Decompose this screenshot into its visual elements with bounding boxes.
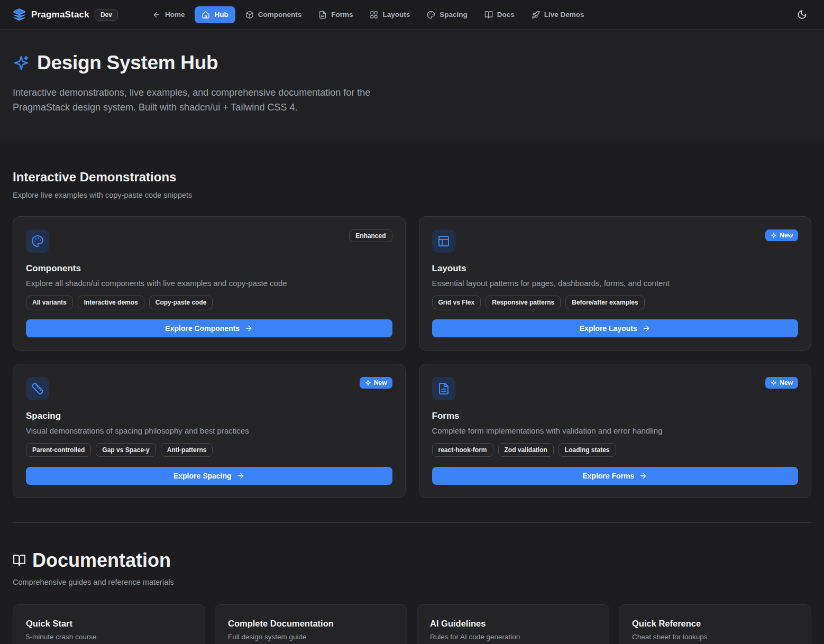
doc-card-title: Complete Documentation [228, 619, 394, 629]
doc-card-title: Quick Start [26, 619, 192, 629]
moon-icon [797, 10, 807, 20]
demos-heading: Interactive Demonstrations [13, 170, 811, 185]
main-nav: Home Hub Components Forms Layouts [145, 6, 591, 23]
hero-section: Design System Hub Interactive demonstrat… [0, 30, 824, 143]
tag: Grid vs Flex [432, 296, 481, 309]
tag: Zod validation [498, 443, 554, 457]
brand-name: PragmaStack [31, 10, 89, 20]
sparkles-icon [771, 232, 777, 238]
doc-card-description: 5-minute crash course [26, 633, 192, 641]
rocket-icon [532, 11, 540, 19]
doc-card-quick-start[interactable]: Quick Start 5-minute crash course [13, 604, 205, 644]
doc-card-description: Rules for AI code generation [430, 633, 596, 641]
nav-item-home[interactable]: Home [145, 6, 192, 23]
tag: Copy-paste code [149, 296, 213, 309]
doc-card-description: Cheat sheet for lookups [632, 633, 798, 641]
demo-card-spacing: New Spacing Visual demonstrations of spa… [13, 364, 406, 498]
doc-card-complete-documentation[interactable]: Complete Documentation Full design syste… [215, 604, 407, 644]
new-badge: New [765, 229, 798, 241]
card-title: Layouts [432, 263, 799, 274]
brand[interactable]: PragmaStack Dev [13, 8, 118, 21]
layers-logo-icon [13, 8, 26, 21]
doc-card-title: Quick Reference [632, 619, 798, 629]
sparkles-icon [771, 380, 777, 386]
main-content: Interactive Demonstrations Explore live … [0, 170, 824, 644]
file-text-icon [432, 377, 455, 400]
nav-item-layouts[interactable]: Layouts [363, 6, 417, 23]
card-title: Forms [432, 411, 799, 421]
docs-heading: Documentation [32, 549, 171, 572]
card-description: Essential layout patterns for pages, das… [432, 279, 799, 288]
sparkles-icon [365, 380, 371, 386]
arrow-right-icon [642, 324, 651, 333]
book-open-icon [13, 554, 26, 567]
package-icon [245, 11, 254, 19]
tag: react-hook-form [432, 443, 493, 457]
arrow-right-icon [244, 324, 253, 333]
doc-card-description: Full design system guide [228, 633, 394, 641]
arrow-right-icon [639, 472, 647, 480]
page-subtitle: Interactive demonstrations, live example… [13, 86, 407, 115]
tag: Gap vs Space-y [96, 443, 155, 457]
theme-toggle-button[interactable] [792, 5, 811, 24]
explore-forms-button[interactable]: Explore Forms [432, 467, 799, 485]
doc-card-quick-reference[interactable]: Quick Reference Cheat sheet for lookups [619, 604, 811, 644]
card-description: Complete form implementations with valid… [432, 426, 799, 435]
new-badge: New [765, 377, 798, 389]
file-text-icon [318, 11, 327, 19]
docs-subheading: Comprehensive guides and reference mater… [13, 578, 811, 586]
layout-grid-icon [370, 11, 378, 19]
doc-card-grid: Quick Start 5-minute crash course Comple… [13, 604, 811, 644]
tag: Before/after examples [565, 296, 644, 309]
env-badge: Dev [95, 9, 118, 21]
sparkles-icon [13, 54, 30, 71]
demo-card-grid: Enhanced Components Explore all shadcn/u… [13, 216, 811, 498]
ruler-icon [26, 377, 49, 400]
demo-card-layouts: New Layouts Essential layout patterns fo… [419, 216, 812, 351]
arrow-right-icon [236, 472, 245, 480]
card-description: Visual demonstrations of spacing philoso… [26, 426, 392, 435]
nav-item-live-demos[interactable]: Live Demos [525, 6, 591, 23]
new-badge: New [360, 377, 392, 389]
section-divider [13, 522, 811, 523]
demo-card-components: Enhanced Components Explore all shadcn/u… [13, 216, 406, 351]
nav-item-hub[interactable]: Hub [195, 6, 235, 23]
page-title: Design System Hub [37, 52, 218, 74]
nav-item-docs[interactable]: Docs [478, 6, 521, 23]
book-open-icon [484, 11, 493, 19]
tag: Responsive patterns [486, 296, 561, 309]
status-badge: Enhanced [349, 229, 392, 242]
nav-item-spacing[interactable]: Spacing [420, 6, 474, 23]
arrow-left-icon [152, 11, 161, 19]
nav-item-components[interactable]: Components [239, 6, 309, 23]
card-description: Explore all shadcn/ui components with li… [26, 279, 392, 288]
palette-icon [427, 11, 435, 19]
demo-card-forms: New Forms Complete form implementations … [419, 364, 812, 498]
card-title: Components [26, 263, 392, 274]
house-icon [202, 11, 210, 19]
tag: Parent-controlled [26, 443, 91, 457]
tag: Anti-patterns [161, 443, 213, 457]
nav-item-forms[interactable]: Forms [312, 6, 360, 23]
demos-subheading: Explore live examples with copy-paste co… [13, 191, 811, 199]
doc-card-ai-guidelines[interactable]: AI Guidelines Rules for AI code generati… [417, 604, 609, 644]
explore-layouts-button[interactable]: Explore Layouts [432, 319, 799, 337]
doc-card-title: AI Guidelines [430, 619, 596, 629]
tag: All variants [26, 296, 73, 309]
palette-icon [26, 229, 49, 253]
navbar: PragmaStack Dev Home Hub Components Fo [0, 0, 824, 30]
tag: Interactive demos [78, 296, 144, 309]
tag: Loading states [559, 443, 616, 457]
panels-top-icon [432, 229, 455, 253]
explore-spacing-button[interactable]: Explore Spacing [26, 467, 392, 485]
card-title: Spacing [26, 411, 392, 421]
explore-components-button[interactable]: Explore Components [26, 319, 392, 337]
